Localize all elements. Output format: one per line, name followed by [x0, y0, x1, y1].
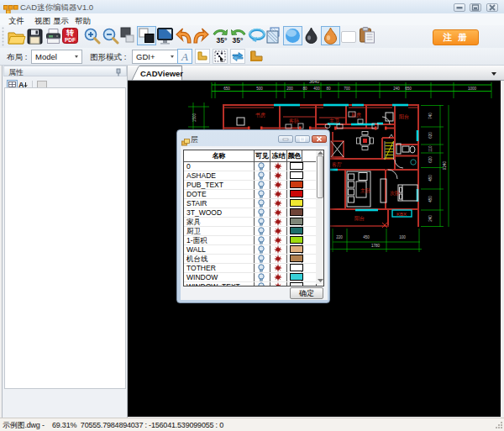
svg-text:100: 100 — [399, 235, 406, 239]
svg-text:阳台: 阳台 — [354, 216, 365, 222]
svg-text:阳台: 阳台 — [399, 114, 409, 120]
svg-text:450: 450 — [428, 196, 433, 202]
svg-text:书房: 书房 — [255, 112, 265, 118]
svg-text:3640: 3640 — [309, 81, 319, 84]
svg-text:80: 80 — [326, 87, 331, 91]
svg-text:A: A — [181, 50, 188, 63]
svg-text:客卧: 客卧 — [289, 118, 299, 124]
svg-text:240: 240 — [428, 215, 433, 222]
svg-text:500: 500 — [256, 87, 263, 91]
svg-text:9240: 9240 — [443, 160, 447, 170]
svg-text:400: 400 — [313, 87, 320, 91]
svg-text:650: 650 — [405, 87, 412, 91]
svg-text:450: 450 — [428, 175, 433, 181]
svg-text:650: 650 — [223, 87, 230, 91]
svg-text:700: 700 — [344, 87, 350, 91]
svg-text:客厅: 客厅 — [332, 161, 342, 168]
svg-text:次卧: 次卧 — [390, 190, 400, 196]
svg-text:740: 740 — [428, 113, 433, 119]
svg-text:450: 450 — [363, 235, 370, 239]
svg-text:240: 240 — [393, 87, 400, 91]
svg-text:1000: 1000 — [468, 87, 477, 91]
svg-text:主卧: 主卧 — [360, 187, 370, 193]
svg-text:80: 80 — [302, 87, 307, 91]
svg-text:220: 220 — [336, 235, 343, 239]
svg-text:厨房: 厨房 — [351, 112, 361, 118]
svg-text:1780: 1780 — [371, 244, 381, 248]
svg-text:KBX: KBX — [396, 212, 407, 217]
svg-text:110: 110 — [428, 145, 433, 152]
svg-text:620: 620 — [428, 156, 433, 163]
svg-text:1500: 1500 — [192, 113, 197, 122]
svg-text:主卫: 主卫 — [329, 118, 339, 124]
svg-text:200: 200 — [286, 87, 293, 91]
svg-text:620: 620 — [428, 132, 433, 139]
